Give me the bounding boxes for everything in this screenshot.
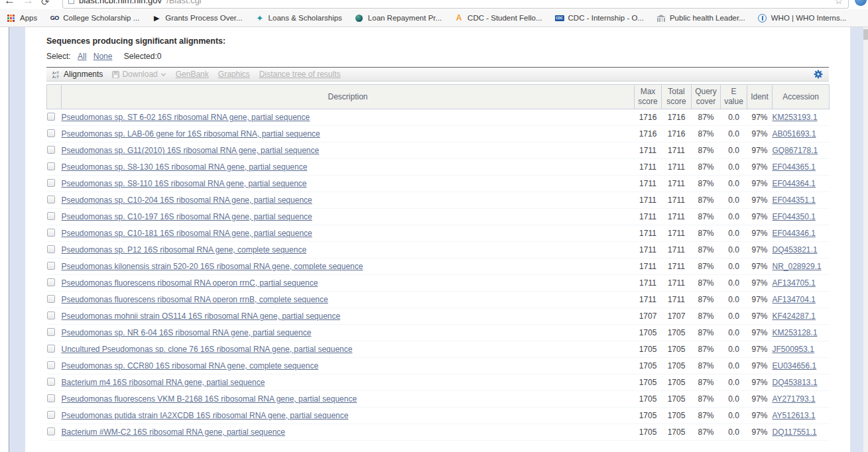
- e-value: 0.0: [721, 109, 747, 126]
- bookmark-item[interactable]: College Scholarship ...: [50, 14, 139, 23]
- e-value: 0.0: [721, 159, 747, 176]
- settings-gear-icon[interactable]: [814, 70, 823, 79]
- scrollbar[interactable]: [863, 27, 868, 452]
- description-link[interactable]: Pseudomonas sp. CCR80 16S ribosomal RNA …: [62, 361, 319, 370]
- description-link[interactable]: Pseudomonas sp. S8-110 16S ribosomal RNA…: [62, 179, 307, 188]
- e-value: 0.0: [721, 292, 747, 308]
- row-checkbox[interactable]: [47, 212, 55, 220]
- description-link[interactable]: Pseudomonas mohnii strain OS114 16S ribo…: [62, 311, 341, 321]
- row-checkbox[interactable]: [47, 411, 55, 419]
- accession-link[interactable]: EF044346.1: [773, 229, 816, 238]
- description-link[interactable]: Pseudomonas sp. ST 6-02 16S ribosomal RN…: [62, 113, 310, 122]
- reload-icon[interactable]: ⟳: [41, 0, 50, 7]
- row-checkbox[interactable]: [47, 345, 55, 353]
- accession-link[interactable]: EF044351.1: [773, 196, 816, 205]
- accession-link[interactable]: EF044365.1: [773, 162, 816, 172]
- description-link[interactable]: Bacterium #WM-C2 16S ribosomal RNA gene,…: [62, 427, 286, 437]
- accession-link[interactable]: AB051693.1: [773, 129, 816, 139]
- results-toolbar: A↑T A↓T Alignments Download GenBank Grap…: [46, 67, 829, 82]
- bookmark-item[interactable]: Public health Leader...: [656, 14, 745, 23]
- description-link[interactable]: Pseudomonas sp. G11(2010) 16S ribosomal …: [62, 146, 320, 155]
- row-checkbox[interactable]: [47, 361, 55, 369]
- accession-link[interactable]: EF044364.1: [773, 179, 816, 188]
- col-header-e-value: E value: [721, 85, 747, 109]
- description-link[interactable]: Pseudomonas sp. S8-130 16S ribosomal RNA…: [62, 162, 308, 172]
- row-checkbox[interactable]: [47, 196, 55, 203]
- select-none-link[interactable]: None: [93, 52, 113, 61]
- row-checkbox[interactable]: [47, 229, 55, 237]
- bookmark-item[interactable]: CDC - Student Fello...: [454, 14, 542, 23]
- description-link[interactable]: Pseudomonas sp. C10-197 16S ribosomal RN…: [62, 212, 312, 221]
- row-checkbox[interactable]: [47, 378, 55, 386]
- bookmark-item[interactable]: Loan Repayment Pr...: [355, 14, 442, 23]
- description-link[interactable]: Pseudomonas sp. LAB-06 gene for 16S ribo…: [62, 129, 320, 139]
- accession-link[interactable]: AF134705.1: [773, 278, 816, 288]
- row-checkbox[interactable]: [47, 146, 55, 154]
- row-checkbox[interactable]: [47, 113, 55, 121]
- description-link[interactable]: Uncultured Pseudomonas sp. clone 76 16S …: [62, 345, 353, 354]
- accession-link[interactable]: AY512613.1: [773, 411, 816, 420]
- accession-link[interactable]: KF424287.1: [773, 311, 816, 321]
- row-checkbox[interactable]: [47, 129, 55, 137]
- accession-link[interactable]: EU034656.1: [773, 361, 817, 370]
- accession-link[interactable]: AY271793.1: [773, 394, 816, 404]
- genbank-link[interactable]: GenBank: [176, 70, 209, 79]
- description-link[interactable]: Pseudomonas fluorescens ribosomal RNA op…: [62, 295, 328, 304]
- description-link[interactable]: Pseudomonas kilonensis strain 520-20 16S…: [62, 262, 363, 271]
- accession-link[interactable]: DQ453821.1: [773, 245, 818, 254]
- row-checkbox[interactable]: [47, 311, 55, 319]
- accession-link[interactable]: GQ867178.1: [773, 146, 818, 155]
- description-link[interactable]: Bacterium m4 16S ribosomal RNA gene, par…: [62, 378, 265, 387]
- header-row: Description Max score Total score Query …: [47, 85, 830, 109]
- bookmarks-bar: Apps College Scholarship ... Grants Proc…: [0, 9, 868, 27]
- bookmark-item[interactable]: Grants Process Over...: [152, 14, 242, 23]
- accession-link[interactable]: AF134704.1: [773, 295, 816, 304]
- e-value: 0.0: [721, 209, 747, 225]
- distance-tree-link[interactable]: Distance tree of results: [259, 70, 341, 79]
- scrollbar-thumb[interactable]: [863, 29, 868, 40]
- row-checkbox[interactable]: [47, 262, 55, 270]
- row-checkbox[interactable]: [47, 427, 55, 435]
- row-checkbox[interactable]: [47, 328, 55, 336]
- description-link[interactable]: Pseudomonas sp. C10-181 16S ribosomal RN…: [62, 229, 312, 238]
- description-link[interactable]: Pseudomonas sp. NR 6-04 16S ribosomal RN…: [62, 328, 312, 337]
- bookmark-label: Grants Process Over...: [165, 14, 242, 22]
- description-link[interactable]: Pseudomonas sp. P12 16S ribosomal RNA ge…: [62, 245, 307, 254]
- row-checkbox[interactable]: [47, 245, 55, 253]
- bookmark-item[interactable]: Apps: [7, 14, 37, 23]
- description-link[interactable]: Pseudomonas sp. C10-204 16S ribosomal RN…: [62, 196, 312, 205]
- graphics-link[interactable]: Graphics: [218, 70, 250, 79]
- description-link[interactable]: Pseudomonas putida strain IA2XCDB 16S ri…: [62, 411, 349, 420]
- query-cover-value: 87%: [692, 325, 721, 341]
- bookmark-item[interactable]: Loans & Scholarships: [255, 14, 342, 23]
- accession-link[interactable]: KM253193.1: [773, 113, 818, 122]
- row-checkbox[interactable]: [47, 162, 55, 170]
- accession-link[interactable]: DQ453813.1: [773, 378, 818, 387]
- ident-value: 97%: [747, 126, 773, 142]
- bookmark-star-icon[interactable]: ☆: [834, 0, 843, 5]
- forward-icon[interactable]: →: [23, 0, 34, 6]
- download-button[interactable]: Download: [112, 70, 166, 79]
- ident-value: 97%: [747, 192, 773, 209]
- accession-link[interactable]: EF044350.1: [773, 212, 816, 221]
- result-row: Pseudomonas sp. NR 6-04 16S ribosomal RN…: [47, 325, 830, 341]
- address-bar[interactable]: blast.ncbi.nlm.nih.gov /Blast.cgi ☆: [62, 0, 849, 9]
- description-link[interactable]: Pseudomonas fluorescens VKM B-2168 16S r…: [62, 394, 357, 404]
- description-link[interactable]: Pseudomonas fluorescens ribosomal RNA op…: [62, 278, 318, 288]
- query-cover-value: 87%: [692, 308, 721, 325]
- row-checkbox[interactable]: [47, 295, 55, 303]
- result-row: Pseudomonas sp. CCR80 16S ribosomal RNA …: [47, 358, 830, 374]
- bookmark-item[interactable]: WHO | WHO Interns...: [758, 14, 847, 23]
- select-all-link[interactable]: All: [78, 52, 86, 61]
- accession-link[interactable]: KM253128.1: [773, 328, 818, 337]
- row-checkbox[interactable]: [47, 394, 55, 402]
- accession-link[interactable]: DQ117551.1: [773, 427, 817, 437]
- bookmark-item[interactable]: CDC - Internship - O...: [555, 14, 644, 23]
- accession-link[interactable]: NR_028929.1: [773, 262, 822, 271]
- alignments-button[interactable]: A↑T A↓T Alignments: [52, 70, 103, 79]
- accession-link[interactable]: JF500953.1: [773, 345, 814, 354]
- row-checkbox[interactable]: [47, 179, 55, 187]
- back-icon[interactable]: ←: [4, 0, 15, 6]
- row-checkbox[interactable]: [47, 278, 55, 286]
- extension-icon[interactable]: [855, 0, 867, 6]
